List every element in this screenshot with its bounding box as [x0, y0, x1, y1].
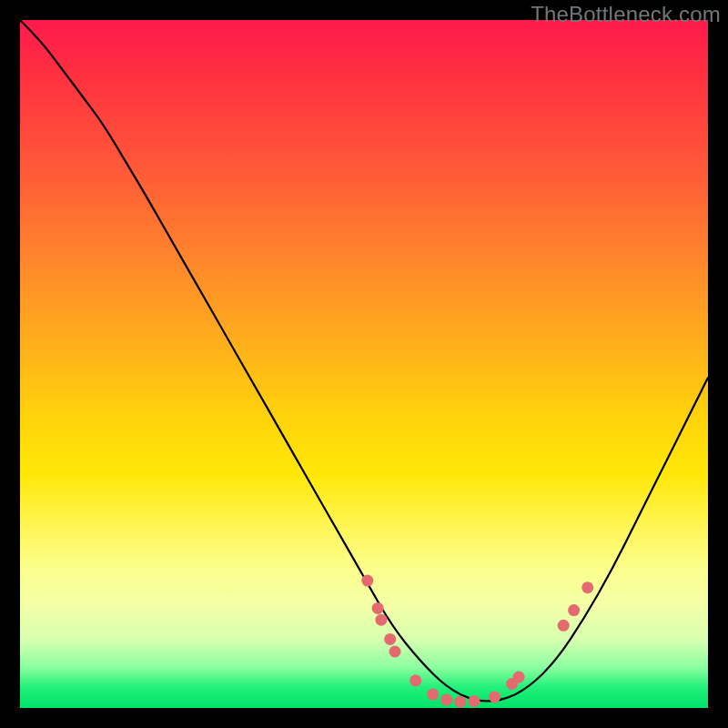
scatter-point	[513, 672, 525, 683]
scatter-point	[372, 602, 384, 614]
scatter-point	[427, 688, 439, 700]
watermark-text: TheBottleneck.com	[531, 2, 721, 27]
scatter-point	[581, 581, 593, 593]
scatter-point	[361, 575, 373, 587]
chart-frame: TheBottleneck.com	[0, 0, 728, 728]
scatter-point	[568, 604, 580, 616]
scatter-point	[454, 696, 466, 708]
scatter-point	[389, 646, 401, 658]
scatter-point	[558, 620, 570, 632]
scatter-point	[410, 674, 421, 686]
bottleneck-curve	[20, 20, 708, 701]
scatter-point	[375, 614, 387, 626]
scatter-point	[440, 693, 452, 705]
plot-area	[20, 20, 708, 708]
scatter-points	[361, 575, 593, 708]
scatter-point	[384, 633, 396, 645]
chart-svg	[20, 20, 708, 708]
scatter-point	[489, 691, 500, 703]
scatter-point	[469, 695, 480, 707]
